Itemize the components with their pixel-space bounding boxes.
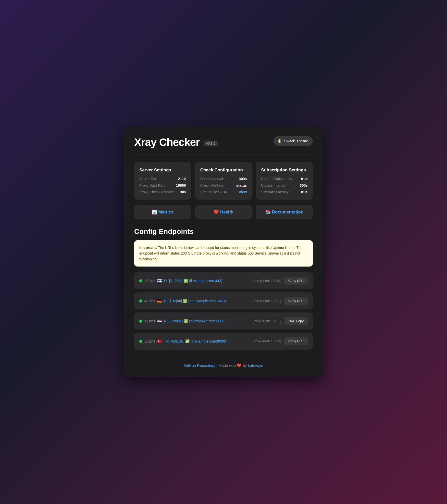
app-title: Xray Checker [134,136,200,148]
author-link[interactable]: kutovoys [248,363,263,368]
proxy-port-4: (Proxy Port: 10003) [252,339,281,343]
endpoint-left-2: 432ms 🇩🇪 DE [Trojan] ✅ (de.example.com:8… [139,299,252,303]
proxy-check-timeout-row: Proxy Check Timeout: 30s [139,190,186,194]
version-badge: v0.3.0 [204,141,218,146]
flag-1: 🇫🇮 [157,279,162,283]
endpoint-ms-3: 421ms [144,319,155,323]
endpoint-left-4: 563ms 🇹🇷 TR [VMESS] ✅ (tr.example.com:80… [139,339,252,344]
status-dot-2 [139,299,142,303]
flag-4: 🇹🇷 [157,339,162,344]
endpoint-right-4: (Proxy Port: 10003) Copy URL [252,337,308,345]
info-banner-text: The URLs listed below can be used for st… [139,246,303,261]
endpoint-name-3: NL [Outline] ✅ (nl.example.com:8080) [164,319,226,323]
subscription-settings-title: Subscription Settings [261,168,308,173]
heart-icon: ❤️ [237,363,242,368]
info-banner-bold: Important: [139,246,157,250]
proxy-start-port-row: Proxy Start Port: 10000 [139,183,186,187]
endpoint-row: 382ms 🇫🇮 FL [VLESS] ✅ (fl.example.com:44… [134,272,313,289]
update-interval-label: Update Interval: [261,183,286,187]
endpoint-left-1: 382ms 🇫🇮 FL [VLESS] ✅ (fl.example.com:44… [139,279,252,283]
check-method-row: Check Method: status [200,183,247,187]
check-config-card: Check Configuration Check Interval: 300s… [195,162,252,200]
header-left: Xray Checker v0.3.0 [134,136,218,148]
update-interval-row: Update Interval: 300s [261,183,308,187]
app-container: Xray Checker v0.3.0 🌗 Switch Theme Serve… [124,127,323,377]
endpoint-row: 421ms 🇳🇱 NL [Outline] ✅ (nl.example.com:… [134,312,313,330]
subscription-settings-card: Subscription Settings Update Subscriptio… [256,162,313,200]
server-port-row: Server Port: 2112 [139,177,186,181]
metrics-button[interactable]: 📊 Metrics [134,205,191,219]
header: Xray Checker v0.3.0 🌗 Switch Theme [134,136,313,148]
endpoint-ms-4: 563ms [144,339,155,343]
server-port-value: 2112 [178,177,186,181]
update-subscription-row: Update Subscription: true [261,177,308,181]
server-settings-title: Server Settings [139,168,186,173]
header-divider [134,155,313,155]
copy-url-button-4[interactable]: Copy URL [284,337,308,345]
simulate-latency-row: Simulate Latency: true [261,190,308,194]
endpoint-row: 432ms 🇩🇪 DE [Trojan] ✅ (de.example.com:8… [134,292,313,309]
section-title: Config Endpoints [134,228,313,236]
check-method-value: status [236,183,247,187]
endpoint-list: 382ms 🇫🇮 FL [VLESS] ✅ (fl.example.com:44… [134,272,313,350]
proxy-check-timeout-value: 30s [180,190,186,194]
copy-url-button-3[interactable]: URL Copy [284,317,308,325]
proxy-start-port-label: Proxy Start Port: [139,183,166,187]
proxy-port-1: (Proxy Port: 10000) [252,279,281,283]
info-banner: Important: The URLs listed below can be … [134,240,313,267]
check-method-label: Check Method: [200,183,224,187]
documentation-button[interactable]: 📚 Documentation [256,205,313,219]
settings-grid: Server Settings Server Port: 2112 Proxy … [134,162,313,200]
footer-divider [134,358,313,358]
proxy-check-timeout-label: Proxy Check Timeout: [139,190,174,194]
update-subscription-label: Update Subscription: [261,177,294,181]
status-check-url-row: Status Check URL: View [200,190,247,194]
flag-2: 🇩🇪 [157,299,162,303]
endpoint-ms-1: 382ms [144,279,155,283]
switch-theme-button[interactable]: 🌗 Switch Theme [274,136,313,146]
status-dot-4 [139,340,142,343]
check-config-title: Check Configuration [200,168,247,173]
endpoint-left-3: 421ms 🇳🇱 NL [Outline] ✅ (nl.example.com:… [139,319,253,323]
simulate-latency-value: true [301,190,308,194]
check-interval-value: 300s [239,177,247,181]
github-link[interactable]: GitHub Repository [184,363,215,368]
status-dot-1 [139,279,142,282]
endpoint-right-2: (Proxy Port: 10001) Copy URL [252,297,308,305]
footer-by: by [243,363,248,368]
check-interval-row: Check Interval: 300s [200,177,247,181]
endpoint-right-3: (Proxy Port: 10002) URL Copy [253,317,308,325]
endpoint-name-1: FL [VLESS] ✅ (fl.example.com:443) [164,279,222,283]
endpoint-row: 563ms 🇹🇷 TR [VMESS] ✅ (tr.example.com:80… [134,333,313,350]
status-check-url-label: Status Check URL: [200,190,231,194]
endpoint-ms-2: 432ms [144,299,155,303]
update-subscription-value: true [301,177,308,181]
endpoint-name-4: TR [VMESS] ✅ (tr.example.com:8090) [164,339,226,343]
copy-url-button-2[interactable]: Copy URL [284,297,308,305]
update-interval-value: 300s [300,183,308,187]
proxy-port-2: (Proxy Port: 10001) [252,299,281,303]
config-endpoints-section: Config Endpoints Important: The URLs lis… [134,228,313,350]
status-check-url-link[interactable]: View [239,190,247,194]
proxy-start-port-value: 10000 [176,183,186,187]
action-buttons: 📊 Metrics ❤️ Health 📚 Documentation [134,205,313,219]
check-interval-label: Check Interval: [200,177,224,181]
flag-3: 🇳🇱 [157,319,162,323]
health-button[interactable]: ❤️ Health [195,205,252,219]
status-dot-3 [139,320,142,323]
simulate-latency-label: Simulate Latency: [261,190,289,194]
footer: GitHub Repository | Made with ❤️ by kuto… [134,363,313,368]
endpoint-right-1: (Proxy Port: 10000) Copy URL [252,277,308,285]
proxy-port-3: (Proxy Port: 10002) [253,319,281,323]
server-settings-card: Server Settings Server Port: 2112 Proxy … [134,162,191,200]
server-port-label: Server Port: [139,177,158,181]
endpoint-name-2: DE [Trojan] ✅ (de.example.com:8443) [164,299,226,303]
copy-url-button-1[interactable]: Copy URL [284,277,308,285]
footer-middle: | Made with [216,363,237,368]
